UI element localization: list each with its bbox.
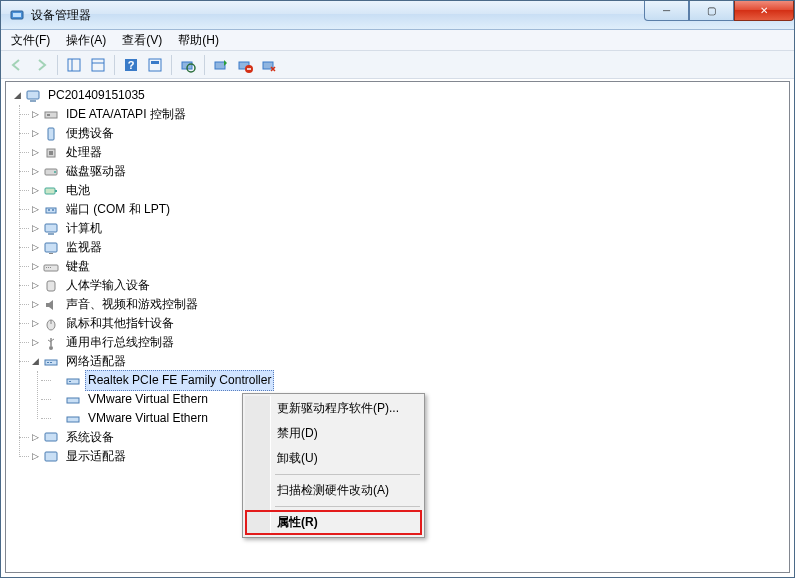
menu-file[interactable]: 文件(F) (3, 30, 58, 51)
svg-rect-9 (151, 61, 159, 64)
hid-icon (43, 278, 59, 294)
expand-icon[interactable]: ▷ (30, 318, 41, 329)
tree-label: 通用串行总线控制器 (63, 332, 177, 353)
disable-button[interactable] (257, 53, 281, 77)
tree-label: 处理器 (63, 142, 105, 163)
expand-icon[interactable]: ▷ (30, 261, 41, 272)
expand-icon[interactable]: ▷ (30, 166, 41, 177)
battery-icon (43, 183, 59, 199)
tree-category-usb[interactable]: ▷通用串行总线控制器 (30, 333, 789, 352)
tree-category-mouse[interactable]: ▷鼠标和其他指针设备 (30, 314, 789, 333)
expand-icon[interactable]: ▷ (30, 185, 41, 196)
menu-action[interactable]: 操作(A) (58, 30, 114, 51)
maximize-button[interactable]: ▢ (689, 1, 734, 21)
tree-category-keyboard[interactable]: ▷键盘 (30, 257, 789, 276)
tree-label: 网络适配器 (63, 351, 129, 372)
display-icon (43, 449, 59, 465)
scan-hardware-button[interactable] (176, 53, 200, 77)
tree-category-monitor[interactable]: ▷监视器 (30, 238, 789, 257)
minimize-button[interactable]: ─ (644, 1, 689, 21)
svg-point-30 (52, 209, 54, 211)
show-hide-tree-button[interactable] (62, 53, 86, 77)
svg-rect-51 (67, 398, 79, 403)
menu-help[interactable]: 帮助(H) (170, 30, 227, 51)
svg-rect-37 (48, 267, 49, 268)
expand-icon[interactable]: ▷ (30, 242, 41, 253)
forward-button[interactable] (29, 53, 53, 77)
svg-rect-52 (67, 417, 79, 422)
expand-icon[interactable]: ▷ (30, 337, 41, 348)
app-icon (9, 7, 25, 23)
close-icon: ✕ (760, 5, 768, 16)
tree-category-hid[interactable]: ▷人体学输入设备 (30, 276, 789, 295)
context-menu-separator (275, 506, 420, 507)
nic-icon (65, 411, 81, 427)
nic-icon (65, 392, 81, 408)
tree-label: 系统设备 (63, 427, 117, 448)
svg-rect-18 (30, 100, 36, 102)
tree-category-computer[interactable]: ▷计算机 (30, 219, 789, 238)
tree-category-network[interactable]: ◢网络适配器 (30, 352, 789, 371)
minimize-icon: ─ (663, 5, 670, 16)
back-button[interactable] (5, 53, 29, 77)
expand-icon[interactable]: ▷ (30, 128, 41, 139)
tree-device-realtek[interactable]: ▷Realtek PCIe FE Family Controller (52, 371, 789, 390)
title-bar[interactable]: 设备管理器 ─ ▢ ✕ (1, 1, 794, 30)
tree-category-portable[interactable]: ▷便携设备 (30, 124, 789, 143)
tree-category-disk[interactable]: ▷磁盘驱动器 (30, 162, 789, 181)
context-menu-separator (275, 474, 420, 475)
portable-icon (43, 126, 59, 142)
tool-bar: ? (1, 51, 794, 79)
expand-icon[interactable]: ▷ (30, 432, 41, 443)
svg-rect-38 (50, 267, 51, 268)
properties-toolbar-button[interactable] (86, 53, 110, 77)
ctx-disable[interactable]: 禁用(D) (245, 421, 422, 446)
expand-icon[interactable]: ▷ (30, 223, 41, 234)
window-title: 设备管理器 (31, 7, 91, 24)
expand-icon[interactable]: ▷ (30, 280, 41, 291)
svg-rect-33 (45, 243, 57, 252)
tree-category-ports[interactable]: ▷端口 (COM 和 LPT) (30, 200, 789, 219)
expand-icon[interactable]: ▷ (30, 299, 41, 310)
uninstall-button[interactable] (233, 53, 257, 77)
tree-label: 鼠标和其他指针设备 (63, 313, 177, 334)
collapse-icon[interactable]: ◢ (30, 356, 41, 367)
help-button[interactable]: ? (119, 53, 143, 77)
tree-category-battery[interactable]: ▷电池 (30, 181, 789, 200)
update-driver-button[interactable] (209, 53, 233, 77)
action-button[interactable] (143, 53, 167, 77)
expand-icon[interactable]: ▷ (30, 451, 41, 462)
ctx-properties[interactable]: 属性(R) (245, 510, 422, 535)
tree-device-label: Realtek PCIe FE Family Controller (85, 370, 274, 391)
mouse-icon (43, 316, 59, 332)
collapse-icon[interactable]: ◢ (12, 90, 23, 101)
context-menu: 更新驱动程序软件(P)... 禁用(D) 卸载(U) 扫描检测硬件改动(A) 属… (242, 393, 425, 538)
tree-category-sound[interactable]: ▷声音、视频和游戏控制器 (30, 295, 789, 314)
expand-icon[interactable]: ▷ (30, 204, 41, 215)
expand-icon[interactable]: ▷ (30, 147, 41, 158)
ide-icon (43, 107, 59, 123)
svg-rect-23 (49, 151, 53, 155)
tree-category-cpu[interactable]: ▷处理器 (30, 143, 789, 162)
svg-rect-19 (45, 112, 57, 118)
close-button[interactable]: ✕ (734, 1, 794, 21)
menu-view[interactable]: 查看(V) (114, 30, 170, 51)
svg-point-42 (49, 346, 53, 350)
svg-rect-21 (48, 128, 54, 140)
expand-icon[interactable]: ▷ (30, 109, 41, 120)
sound-icon (43, 297, 59, 313)
ctx-scan-hardware[interactable]: 扫描检测硬件改动(A) (245, 478, 422, 503)
tree-label: 便携设备 (63, 123, 117, 144)
ctx-uninstall[interactable]: 卸载(U) (245, 446, 422, 471)
device-manager-window: 设备管理器 ─ ▢ ✕ 文件(F) 操作(A) 查看(V) 帮助(H) ? ◢ (0, 0, 795, 578)
tree-device-label: VMware Virtual Ethern (85, 389, 211, 410)
svg-rect-49 (67, 379, 79, 384)
tree-label: IDE ATA/ATAPI 控制器 (63, 104, 189, 125)
tree-label: 键盘 (63, 256, 93, 277)
keyboard-icon (43, 259, 59, 275)
ctx-update-driver[interactable]: 更新驱动程序软件(P)... (245, 396, 422, 421)
toolbar-separator (171, 55, 172, 75)
tree-root[interactable]: ◢ PC201409151035 (12, 86, 789, 105)
tree-label: 计算机 (63, 218, 105, 239)
tree-category-ide[interactable]: ▷IDE ATA/ATAPI 控制器 (30, 105, 789, 124)
